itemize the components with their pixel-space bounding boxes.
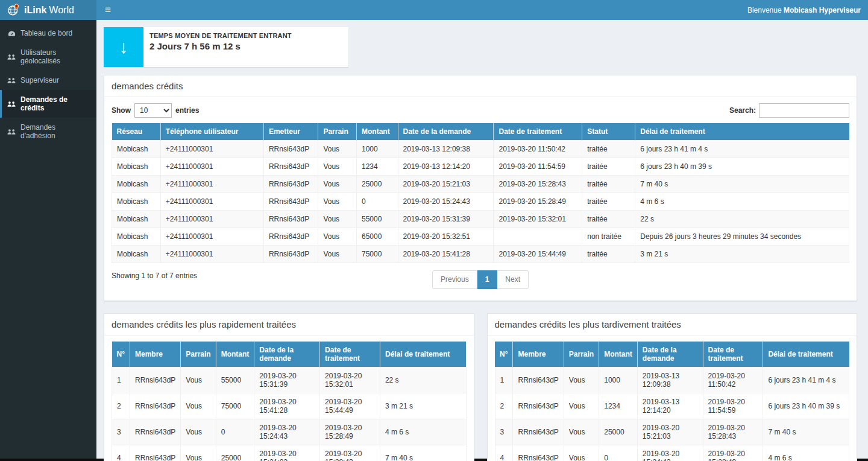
column-header: Emetteur	[263, 123, 318, 141]
table-cell: 6 jours 23 h 41 m 4 s	[763, 367, 849, 393]
pagination-previous-button[interactable]: Previous	[432, 270, 477, 289]
table-row: Mobicash+24111000301RRnsi643dPVous100020…	[112, 141, 849, 158]
table-cell: 3	[495, 419, 513, 445]
sidebar-item-demandes-de-credits[interactable]: Demandes de crédits	[0, 90, 96, 118]
table-header-row: N°MembreParrainMontantDate de la demande…	[112, 342, 467, 367]
app-window: iLinkWorld ≡ Bienvenue Mobicash Hypervis…	[0, 0, 868, 459]
table-cell: 2019-03-20 15:28:43	[703, 419, 763, 445]
table-cell: 7 m 40 s	[380, 445, 466, 461]
show-label: Show	[112, 106, 131, 115]
table-cell: Vous	[318, 246, 357, 263]
table-row: 2RRnsi643dPVous12342019-03-13 12:14:2020…	[495, 393, 849, 419]
table-cell: 2019-03-20 15:28:43	[320, 445, 380, 461]
column-header: Membre	[513, 342, 564, 367]
table-cell: +24111000301	[160, 228, 263, 246]
table-cell: traitée	[582, 158, 635, 176]
table-cell: Vous	[318, 228, 357, 246]
stat-card-title: TEMPS MOYEN DE TRAITEMENT ENTRANT	[149, 32, 292, 39]
column-header: Téléphone utilisateur	[160, 123, 263, 141]
column-header: Date de traitement	[494, 123, 582, 141]
table-cell: +24111000301	[160, 211, 263, 228]
hamburger-icon[interactable]: ≡	[96, 0, 119, 20]
table-cell: traitée	[582, 176, 635, 193]
table-cell: RRnsi643dP	[263, 158, 318, 176]
pagination-page-1-button[interactable]: 1	[477, 270, 498, 289]
table-cell: non traitée	[582, 228, 635, 246]
table-cell: +24111000301	[160, 193, 263, 211]
table-cell: 4 m 6 s	[635, 193, 849, 211]
table-cell: Vous	[318, 211, 357, 228]
table-cell: RRnsi643dP	[513, 393, 564, 419]
column-header: Membre	[130, 342, 180, 367]
sidebar-item-label: Superviseur	[20, 76, 59, 84]
table-cell: 2019-03-20 15:41:28	[254, 393, 320, 419]
table-cell: Vous	[564, 393, 599, 419]
table-cell: 1234	[599, 393, 638, 419]
table-cell: 2019-03-20 15:28:43	[494, 176, 582, 193]
table-row: Mobicash+24111000301RRnsi643dPVous123420…	[112, 158, 849, 176]
table-cell: 0	[357, 193, 398, 211]
sidebar-item-label: Demandes d'adhésion	[20, 123, 92, 140]
table-row: Mobicash+24111000301RRnsi643dPVous02019-…	[112, 193, 849, 211]
table-cell: RRnsi643dP	[130, 367, 180, 393]
sidebar-item-demandes-adhesion[interactable]: Demandes d'adhésion	[0, 118, 96, 145]
sidebar-item-utilisateurs-geolocalises[interactable]: Utilisateurs géolocalisés	[0, 43, 96, 71]
table-row: 4RRnsi643dPVous02019-03-20 15:24:432019-…	[495, 445, 849, 461]
table-cell: RRnsi643dP	[130, 393, 180, 419]
page-length-select[interactable]: 10	[134, 103, 172, 118]
entries-label: entries	[175, 106, 199, 115]
table-cell: RRnsi643dP	[130, 445, 180, 461]
panel-rapidement-traitees: demandes crédits les plus rapidement tra…	[104, 313, 474, 461]
column-header: Parrain	[318, 123, 357, 141]
table-cell: 2019-03-20 15:28:49	[320, 419, 380, 445]
table-row: Mobicash+24111000301RRnsi643dPVous750002…	[112, 246, 849, 263]
table-cell: 2019-03-20 15:21:03	[398, 176, 494, 193]
table-cell: 75000	[357, 246, 398, 263]
table-cell: 7 m 40 s	[635, 176, 849, 193]
table-cell: Vous	[318, 193, 357, 211]
column-header: Réseau	[112, 123, 161, 141]
column-header: Date de traitement	[703, 342, 763, 367]
table-cell: 25000	[357, 176, 398, 193]
table-cell: Vous	[564, 419, 599, 445]
app-logo[interactable]: iLinkWorld	[0, 0, 96, 20]
table-cell: 2019-03-20 11:50:42	[703, 367, 763, 393]
table-cell: 6 jours 23 h 41 m 4 s	[635, 141, 849, 158]
stat-card-temps-moyen: ↓ TEMPS MOYEN DE TRAITEMENT ENTRANT 2 Jo…	[104, 27, 348, 67]
table-cell: Vous	[181, 419, 216, 445]
table-cell: traitée	[582, 246, 635, 263]
table-cell: RRnsi643dP	[263, 193, 318, 211]
table-cell: 2019-03-13 12:14:20	[398, 158, 494, 176]
sidebar-item-label: Tableau de bord	[20, 29, 72, 37]
sidebar-item-tableau-de-bord[interactable]: Tableau de bord	[0, 24, 96, 43]
table-cell: Mobicash	[112, 193, 161, 211]
sidebar: Tableau de bord Utilisateurs géolocalisé…	[0, 20, 96, 459]
user-menu[interactable]: Bienvenue Mobicash Hyperviseur	[747, 6, 868, 14]
panel-title: demandes crédits	[104, 75, 857, 97]
table-cell: Vous	[181, 445, 216, 461]
search-input[interactable]	[759, 103, 849, 118]
table-cell: 25000	[216, 445, 254, 461]
table-row: Mobicash+24111000301RRnsi643dPVous250002…	[112, 176, 849, 193]
table-row: Mobicash+24111000301RRnsi643dPVous550002…	[112, 211, 849, 228]
table-cell: 2019-03-20 15:24:43	[637, 445, 703, 461]
table-cell: 2019-03-20 15:44:49	[494, 246, 582, 263]
table-cell: Mobicash	[112, 141, 161, 158]
table-cell: 3 m 21 s	[635, 246, 849, 263]
table-cell: Vous	[318, 176, 357, 193]
sidebar-item-superviseur[interactable]: Superviseur	[0, 71, 96, 90]
table-row: 4RRnsi643dPVous250002019-03-20 15:21:032…	[112, 445, 467, 461]
stat-card-value: 2 Jours 7 h 56 m 12 s	[149, 41, 292, 51]
table-cell: RRnsi643dP	[263, 176, 318, 193]
table-cell: 3	[112, 419, 130, 445]
table-cell: 4	[495, 445, 513, 461]
table-cell: 3 m 21 s	[380, 393, 466, 419]
users-icon	[7, 101, 16, 107]
table-cell: +24111000301	[160, 158, 263, 176]
column-header: Montant	[216, 342, 254, 367]
table-cell: RRnsi643dP	[263, 228, 318, 246]
pagination-next-button[interactable]: Next	[497, 270, 529, 289]
table-cell: Mobicash	[112, 228, 161, 246]
demandes-credits-table: RéseauTéléphone utilisateurEmetteurParra…	[112, 123, 849, 263]
table-cell: 2019-03-20 15:24:43	[398, 193, 494, 211]
